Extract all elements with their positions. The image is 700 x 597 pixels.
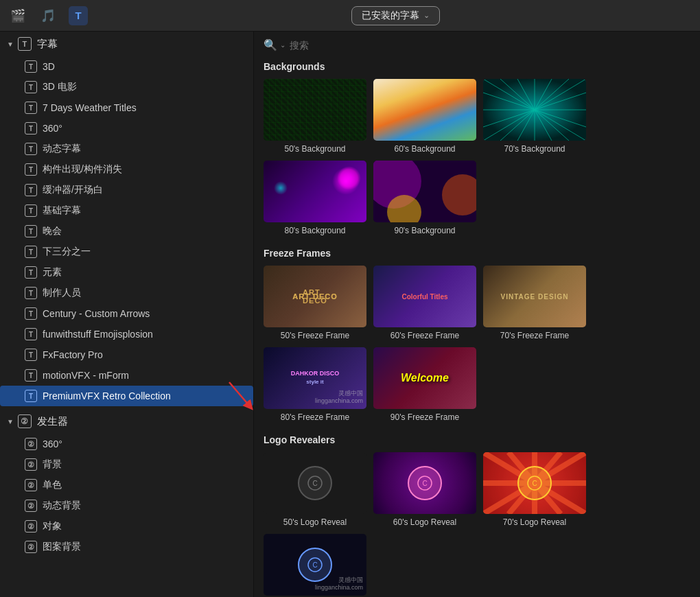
sidebar-item-gen-bg[interactable]: ② 背景 xyxy=(0,454,253,475)
thumb-80s-freeze[interactable]: DAHKOR DISCOstyle it 灵感中国 lingganchina.c… xyxy=(264,347,366,422)
label-60s-background: 60's Background xyxy=(394,144,455,154)
item-label-gen-bg: 背景 xyxy=(43,458,62,471)
thumb-70s-logo[interactable]: C 70's Logo Reveal xyxy=(483,452,586,527)
main-content: ▼ T 字幕 T 3D T 3D 电影 T 7 Days Weather Tit… xyxy=(0,32,700,597)
sidebar-item-gen-360[interactable]: ② 360° xyxy=(0,434,253,454)
sidebar-item-7days[interactable]: T 7 Days Weather Titles xyxy=(0,97,253,118)
item-label-basic: 基础字幕 xyxy=(43,204,81,217)
item-label-gen-360: 360° xyxy=(43,438,62,449)
sidebar-subtitles-header[interactable]: ▼ T 字幕 xyxy=(0,32,253,56)
sidebar-item-3d[interactable]: T 3D xyxy=(0,56,253,77)
item-label-emoji: funwithstuff Emojisplosion xyxy=(43,329,153,340)
sidebar-item-gen-solid[interactable]: ② 单色 xyxy=(0,475,253,495)
gen-triangle-icon: ▼ xyxy=(7,418,14,425)
label-50s-freeze: 50's Freeze Frame xyxy=(281,331,349,340)
sidebar-item-3d-movie[interactable]: T 3D 电影 xyxy=(0,77,253,97)
thumb-80s-logo[interactable]: C 灵感中国 lingganchina.com 80's Logo Reveal xyxy=(264,534,366,597)
item-icon-360: T xyxy=(25,122,37,134)
sidebar-item-gen-dynamic-bg[interactable]: ② 动态背景 xyxy=(0,495,253,516)
thumb-50s-freeze[interactable]: ART DECO 50's Freeze Frame xyxy=(264,266,366,340)
sidebar-item-dynamic[interactable]: T 动态字幕 xyxy=(0,139,253,159)
music-icon[interactable]: 🎵 xyxy=(38,6,58,25)
label-90s-freeze: 90's Freeze Frame xyxy=(390,412,459,422)
sidebar-item-party[interactable]: T 晚会 xyxy=(0,221,253,242)
search-icon: 🔍 xyxy=(264,38,277,51)
thumb-img-70s-logo: C xyxy=(483,452,586,514)
item-icon-gen-solid: ② xyxy=(25,479,37,491)
item-icon-emoji: T xyxy=(25,328,37,340)
logo-revealers-grid: C 50's Logo Reveal C 60's Logo Reveal xyxy=(264,452,690,597)
thumb-img-60s-background xyxy=(373,79,476,141)
sidebar-item-fxfactory[interactable]: T FxFactory Pro xyxy=(0,344,253,365)
sidebar-item-lower-third[interactable]: T 下三分之一 xyxy=(0,242,253,262)
movies-icon[interactable]: 🎬 xyxy=(8,6,27,25)
item-label-credits: 制作人员 xyxy=(43,287,81,299)
thumb-70s-background[interactable]: 70's Background xyxy=(483,79,586,154)
sidebar-item-gen-pattern[interactable]: ② 图案背景 xyxy=(0,537,253,557)
search-bar: 🔍 ⌄ xyxy=(264,38,690,51)
thumb-60s-logo[interactable]: C 60's Logo Reveal xyxy=(373,452,476,527)
label-60s-freeze: 60's Freeze Frame xyxy=(390,331,459,340)
sidebar-item-credits[interactable]: T 制作人员 xyxy=(0,283,253,303)
item-icon-elements: T xyxy=(25,266,37,279)
thumb-50s-background[interactable]: 50's Background xyxy=(264,79,366,154)
item-icon-3d: T xyxy=(25,60,37,73)
item-label-elements: 元素 xyxy=(43,266,62,279)
item-icon-credits: T xyxy=(25,287,37,299)
svg-text:C: C xyxy=(312,561,317,569)
item-label-gen-solid: 单色 xyxy=(43,479,62,491)
item-label-party: 晚会 xyxy=(43,225,62,237)
sidebar-item-basic[interactable]: T 基础字幕 xyxy=(0,200,253,221)
freeze-frames-heading: Freeze Frames xyxy=(264,248,690,259)
watermark-80s-freeze: 灵感中国 lingganchina.com xyxy=(315,390,363,406)
item-icon-dynamic: T xyxy=(25,143,37,155)
item-icon-appear: T xyxy=(25,163,37,176)
svg-text:C: C xyxy=(312,480,317,487)
search-input[interactable] xyxy=(290,40,372,51)
installed-dropdown[interactable]: 已安装的字幕 ⌄ xyxy=(351,6,440,25)
chevron-icon: ⌄ xyxy=(423,11,430,20)
item-label-dynamic: 动态字幕 xyxy=(43,143,81,155)
titles-icon[interactable]: T xyxy=(69,6,88,25)
item-icon-party: T xyxy=(25,225,37,237)
search-chevron-icon: ⌄ xyxy=(280,41,285,49)
thumb-70s-freeze[interactable]: VINTAGE DESIGN 70's Freeze Frame xyxy=(483,266,586,340)
thumb-50s-logo[interactable]: C 50's Logo Reveal xyxy=(264,452,366,527)
label-80s-freeze: 80's Freeze Frame xyxy=(281,412,349,422)
sidebar-item-gen-object[interactable]: ② 对象 xyxy=(0,516,253,537)
thumb-90s-background[interactable]: 90's Background xyxy=(373,161,476,235)
search-icon-wrap: 🔍 ⌄ xyxy=(264,38,285,51)
item-label-3d-movie: 3D 电影 xyxy=(43,81,77,93)
thumb-90s-freeze[interactable]: Welcome 90's Freeze Frame xyxy=(373,347,476,422)
thumb-img-80s-background xyxy=(264,161,366,222)
sidebar-item-emoji[interactable]: T funwithstuff Emojisplosion xyxy=(0,324,253,344)
sidebar-item-motionvfx[interactable]: T motionVFX - mForm xyxy=(0,365,253,386)
thumb-img-60s-logo: C xyxy=(373,452,476,514)
sidebar-item-premiumvfx[interactable]: T PremiumVFX Retro Collection xyxy=(0,386,253,406)
item-icon-premiumvfx: T xyxy=(25,390,37,402)
logo-circle-50s: C xyxy=(298,466,332,500)
sidebar-item-buffer[interactable]: T 缓冲器/开场白 xyxy=(0,180,253,200)
item-icon-gen-dynamic-bg: ② xyxy=(25,500,37,512)
item-label-century: Century - Custom Arrows xyxy=(43,308,150,319)
logo-circle-70s: C xyxy=(517,466,552,500)
item-label-gen-pattern: 图案背景 xyxy=(43,541,81,553)
sidebar-item-century[interactable]: T Century - Custom Arrows xyxy=(0,303,253,324)
thumb-img-50s-background xyxy=(264,79,366,141)
70s-bg-svg xyxy=(483,79,586,141)
sidebar-item-appear[interactable]: T 构件出现/构件消失 xyxy=(0,159,253,180)
thumb-60s-freeze[interactable]: Colorful Titles 60's Freeze Frame xyxy=(373,266,476,340)
item-icon-gen-pattern: ② xyxy=(25,541,37,553)
sidebar-generators-header[interactable]: ▼ ② 发生器 xyxy=(0,409,253,434)
sidebar-item-360[interactable]: T 360° xyxy=(0,118,253,139)
label-60s-logo: 60's Logo Reveal xyxy=(393,517,456,527)
sidebar: ▼ T 字幕 T 3D T 3D 电影 T 7 Days Weather Tit… xyxy=(0,32,254,597)
item-icon-3d-movie: T xyxy=(25,81,37,93)
sidebar-item-elements[interactable]: T 元素 xyxy=(0,262,253,283)
thumb-60s-background[interactable]: 60's Background xyxy=(373,79,476,154)
item-icon-lower-third: T xyxy=(25,246,37,258)
thumb-img-60s-freeze: Colorful Titles xyxy=(373,266,476,327)
gen-section-icon: ② xyxy=(18,414,32,428)
thumb-80s-background[interactable]: 80's Background xyxy=(264,161,366,235)
svg-text:C: C xyxy=(532,480,537,487)
